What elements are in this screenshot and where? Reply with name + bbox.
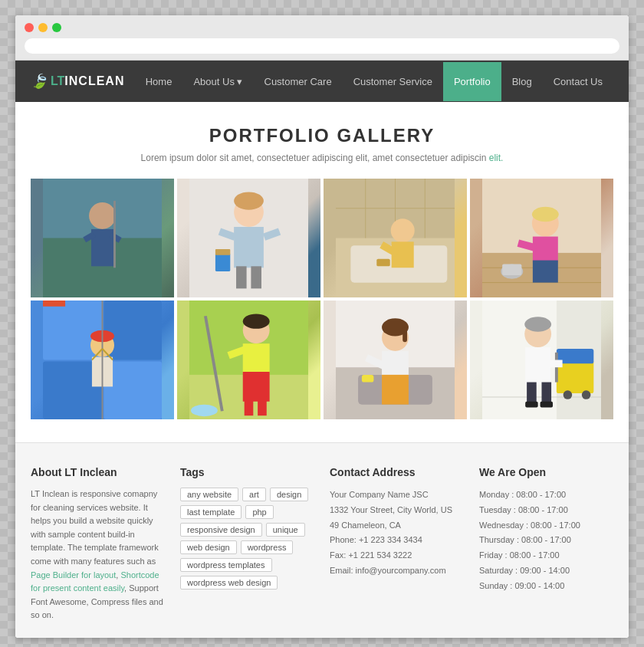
nav-link-portfolio[interactable]: Portfolio xyxy=(443,62,501,101)
logo-name: INCLEAN xyxy=(64,74,124,88)
svg-rect-84 xyxy=(549,360,562,368)
footer-contact-title: Contact Address xyxy=(330,466,464,478)
footer-tags: Tags any website art design last templat… xyxy=(180,466,314,622)
nav-item-blog[interactable]: Blog xyxy=(501,62,543,101)
dot-yellow[interactable] xyxy=(38,23,48,32)
tag-wordpress-templates[interactable]: wordpress templates xyxy=(180,558,272,572)
gallery-title: PORTFOLIO GALLERY xyxy=(31,125,613,146)
photo-cell-6[interactable] xyxy=(177,301,320,419)
svg-rect-27 xyxy=(376,259,389,267)
footer-link-page-builder[interactable]: Page Builder for layout xyxy=(31,570,116,580)
contact-fax: Fax: +1 221 534 3222 xyxy=(330,548,464,563)
footer-about-title: About LT Inclean xyxy=(31,466,165,478)
footer-hours: We Are Open Monday : 08:00 - 17:00 Tuesd… xyxy=(479,466,613,622)
svg-rect-67 xyxy=(402,327,407,342)
dot-green[interactable] xyxy=(52,23,61,32)
svg-point-79 xyxy=(582,390,591,399)
tags-container: any website art design last template php… xyxy=(180,488,314,590)
address-bar[interactable] xyxy=(25,38,619,54)
svg-rect-60 xyxy=(245,397,254,415)
photo-cell-5[interactable] xyxy=(31,301,174,419)
svg-point-2 xyxy=(89,202,116,229)
svg-rect-87 xyxy=(525,402,537,408)
svg-point-9 xyxy=(234,192,264,209)
tag-unique[interactable]: unique xyxy=(266,523,305,537)
svg-point-24 xyxy=(391,218,415,242)
navbar: 🍃 LT INCLEAN Home About Us ▾ Customer Ca… xyxy=(15,61,629,102)
nav-link-service[interactable]: Customer Service xyxy=(343,62,443,101)
photo-cell-2[interactable] xyxy=(177,179,320,297)
svg-rect-14 xyxy=(215,249,230,255)
main-content: PORTFOLIO GALLERY Lorem ipsum dolor sit … xyxy=(15,102,629,442)
photo-cell-8[interactable] xyxy=(470,301,613,419)
svg-point-82 xyxy=(524,317,551,331)
svg-rect-38 xyxy=(502,264,521,275)
contact-address1: 1332 Your Street, City World, US xyxy=(330,503,464,518)
nav-link-contact[interactable]: Contact Us xyxy=(543,62,613,101)
svg-rect-85 xyxy=(527,383,537,405)
contact-email: Email: info@yourcompany.com xyxy=(330,563,464,579)
hours-info: Monday : 08:00 - 17:00 Tuesday : 08:00 -… xyxy=(479,488,613,594)
footer-about-body: LT Inclean is responsive comapny for cle… xyxy=(31,488,165,622)
contact-address2: 49 Chameleon, CA xyxy=(330,518,464,534)
photo-cell-3[interactable] xyxy=(324,179,467,297)
svg-rect-15 xyxy=(236,266,247,288)
tag-wordpress[interactable]: wordpress xyxy=(241,540,294,554)
nav-link-about[interactable]: About Us ▾ xyxy=(182,62,253,101)
photo-cell-4[interactable] xyxy=(470,179,613,297)
browser-dots xyxy=(25,23,619,32)
nav-item-portfolio[interactable]: Portfolio xyxy=(443,62,501,101)
svg-rect-10 xyxy=(234,227,264,268)
nav-item-home[interactable]: Home xyxy=(135,62,183,101)
nav-item-care[interactable]: Customer Care xyxy=(254,62,343,101)
svg-point-78 xyxy=(564,390,573,399)
hours-saturday: Saturday : 09:00 - 14:00 xyxy=(479,563,613,579)
nav-link-home[interactable]: Home xyxy=(135,62,183,101)
hours-sunday: Sunday : 09:00 - 14:00 xyxy=(479,579,613,594)
svg-point-58 xyxy=(191,405,218,417)
nav-link-care[interactable]: Customer Care xyxy=(254,62,343,101)
svg-rect-61 xyxy=(258,397,267,415)
contact-info: Your Company Name JSC 1332 Your Street, … xyxy=(330,488,464,579)
hours-tuesday: Tuesday : 08:00 - 17:00 xyxy=(479,503,613,518)
dot-red[interactable] xyxy=(25,23,34,32)
logo-icon: 🍃 xyxy=(31,73,48,90)
svg-rect-16 xyxy=(251,266,261,288)
nav-item-service[interactable]: Customer Service xyxy=(343,62,443,101)
hours-wednesday: Wednesday : 08:00 - 17:00 xyxy=(479,518,613,534)
svg-rect-6 xyxy=(113,201,116,268)
svg-rect-55 xyxy=(243,343,270,373)
logo-lt: LT xyxy=(51,74,64,88)
footer-contact: Contact Address Your Company Name JSC 13… xyxy=(330,466,464,622)
svg-rect-13 xyxy=(215,253,230,271)
svg-rect-88 xyxy=(540,402,553,408)
tag-web-design[interactable]: web design xyxy=(180,540,237,554)
svg-rect-3 xyxy=(91,229,113,266)
tag-responsive-design[interactable]: responsive design xyxy=(180,523,262,537)
photo-cell-1[interactable] xyxy=(31,179,174,297)
tag-any-website[interactable]: any website xyxy=(180,488,238,501)
tag-last-template[interactable]: last template xyxy=(180,505,242,519)
nav-item-contact[interactable]: Contact Us xyxy=(543,62,613,101)
hours-monday: Monday : 08:00 - 17:00 xyxy=(479,488,613,503)
tag-art[interactable]: art xyxy=(242,488,266,501)
photo-cell-7[interactable] xyxy=(324,301,467,419)
nav-links: Home About Us ▾ Customer Care Customer S… xyxy=(135,62,613,101)
tag-design[interactable]: design xyxy=(270,488,308,501)
tag-php[interactable]: php xyxy=(245,505,273,519)
footer-about: About LT Inclean LT Inclean is responsiv… xyxy=(31,466,165,622)
svg-point-33 xyxy=(532,207,559,222)
svg-point-54 xyxy=(243,314,270,328)
photo-grid xyxy=(31,179,613,419)
nav-link-blog[interactable]: Blog xyxy=(501,62,543,101)
logo: 🍃 LT INCLEAN xyxy=(31,73,124,90)
contact-company: Your Company Name JSC xyxy=(330,488,464,503)
svg-rect-34 xyxy=(533,237,558,263)
gallery-subtitle: Lorem ipsum dolor sit amet, consectetuer… xyxy=(31,153,613,163)
nav-item-about[interactable]: About Us ▾ xyxy=(182,62,253,101)
hours-thursday: Thursday : 08:00 - 17:00 xyxy=(479,533,613,548)
svg-rect-70 xyxy=(382,375,409,405)
gallery-subtitle-link[interactable]: elit. xyxy=(489,153,504,163)
browser-chrome xyxy=(15,15,629,61)
tag-wordpress-web-design[interactable]: wordpress web design xyxy=(180,576,278,590)
